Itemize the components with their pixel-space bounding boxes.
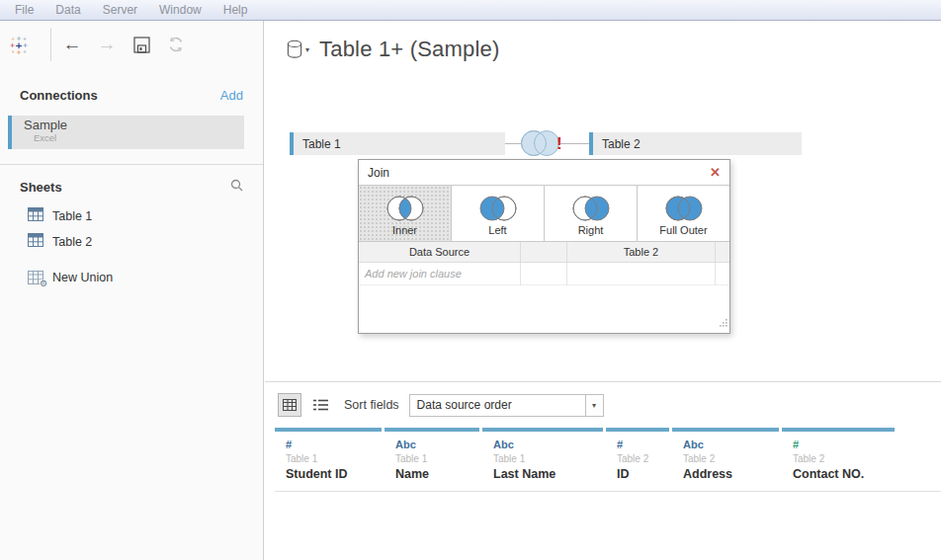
- field-name: Student ID: [286, 467, 382, 481]
- field-type-icon: Abc: [493, 439, 603, 450]
- field-name: Contact NO.: [793, 467, 895, 481]
- clause-column-table2: Table 2: [567, 242, 716, 262]
- canvas-table1-label: Table 1: [294, 137, 341, 151]
- sidebar-divider: [0, 164, 263, 165]
- grid-toolbar: Sort fields Data source order ▾: [278, 393, 604, 417]
- menu-data[interactable]: Data: [44, 0, 91, 20]
- field-type-icon: #: [617, 439, 669, 450]
- field-table-caption: Table 2: [683, 453, 779, 464]
- sort-order-value: Data source order: [410, 395, 585, 416]
- field-column-address[interactable]: Abc Table 2 Address: [672, 428, 779, 491]
- field-column-student-id[interactable]: # Table 1 Student ID: [275, 428, 382, 491]
- field-column-id[interactable]: # Table 2 ID: [606, 428, 669, 491]
- main-canvas: ▾ Table 1+ (Sample) Table 1 ! Table 2 Jo…: [265, 21, 941, 560]
- connections-title: Connections: [20, 88, 98, 103]
- refresh-icon[interactable]: [165, 34, 187, 55]
- svg-text:+: +: [23, 48, 27, 54]
- field-table-caption: Table 1: [493, 453, 603, 464]
- field-column-name[interactable]: Abc Table 1 Name: [385, 428, 479, 491]
- sheet-list: Table 1 Table 2: [0, 203, 263, 288]
- sheet-item-table1[interactable]: Table 1: [0, 203, 263, 229]
- bottom-panel-divider: [265, 381, 941, 382]
- svg-text:+: +: [16, 48, 22, 56]
- grid-view-button[interactable]: [278, 393, 301, 417]
- menu-file[interactable]: File: [4, 0, 44, 20]
- canvas-table2-label: Table 2: [593, 137, 641, 151]
- join-venn-warning-icon[interactable]: !: [518, 128, 562, 158]
- chevron-down-icon: ▾: [305, 45, 309, 54]
- clause-operator-cell[interactable]: [521, 263, 567, 285]
- toolbar: + + + + + + + + + ← →: [0, 21, 263, 68]
- new-union-icon: ⚙: [28, 271, 43, 284]
- venn-full-outer-icon: [662, 194, 706, 223]
- join-type-full-outer[interactable]: Full Outer: [638, 186, 729, 241]
- sort-order-dropdown[interactable]: Data source order ▾: [409, 394, 604, 417]
- sheet-item-label: Table 2: [52, 235, 92, 249]
- sheet-item-label: Table 1: [52, 209, 92, 223]
- sheet-item-table2[interactable]: Table 2: [0, 229, 263, 255]
- sheets-header: Sheets: [20, 178, 243, 196]
- dropdown-arrow-icon[interactable]: ▾: [585, 395, 603, 416]
- canvas-table1-box[interactable]: Table 1: [290, 132, 505, 155]
- field-table-caption: Table 1: [395, 453, 479, 464]
- join-type-left[interactable]: Left: [452, 186, 545, 241]
- field-name: Address: [683, 467, 779, 481]
- resize-grip[interactable]: [719, 313, 727, 331]
- field-table-caption: Table 2: [617, 453, 669, 464]
- venn-left-icon: [476, 194, 520, 223]
- venn-inner-icon: [384, 194, 427, 223]
- add-connection-link[interactable]: Add: [220, 88, 243, 103]
- menu-server[interactable]: Server: [92, 0, 148, 20]
- clause-extra-cell: [716, 263, 728, 285]
- join-dialog-titlebar: Join ✕: [359, 160, 729, 185]
- field-type-icon: #: [286, 439, 382, 450]
- app-window: File Data Server Window Help + + + + + +…: [0, 0, 941, 560]
- new-union-item[interactable]: ⚙ New Union: [0, 267, 263, 288]
- menu-window[interactable]: Window: [148, 0, 213, 20]
- clause-table2-cell[interactable]: [567, 263, 716, 285]
- connection-name: Sample: [24, 118, 244, 132]
- clause-column-operator: [521, 242, 567, 262]
- clause-column-datasource: Data Source: [359, 242, 521, 262]
- field-name: Last Name: [493, 467, 603, 481]
- field-type-icon: Abc: [395, 439, 479, 450]
- field-type-icon: Abc: [683, 439, 779, 450]
- field-grid: # Table 1 Student ID Abc Table 1 Name Ab…: [275, 428, 941, 492]
- svg-text:+: +: [11, 36, 15, 41]
- connections-header: Connections Add: [20, 88, 243, 103]
- back-button[interactable]: ←: [61, 34, 83, 55]
- forward-button[interactable]: →: [96, 34, 118, 55]
- field-column-contact-no[interactable]: # Table 2 Contact NO.: [782, 428, 895, 491]
- list-view-button[interactable]: [308, 393, 332, 417]
- gear-icon: ⚙: [40, 280, 47, 288]
- sort-fields-label: Sort fields: [344, 398, 399, 412]
- join-clause-header: Data Source Table 2: [359, 242, 729, 263]
- menu-help[interactable]: Help: [213, 0, 259, 20]
- connection-type: Excel: [24, 132, 244, 143]
- canvas-table2-box[interactable]: Table 2: [589, 132, 802, 155]
- table-grid-icon: [28, 233, 43, 251]
- join-type-label: Right: [578, 224, 604, 236]
- join-dialog-title: Join: [368, 166, 389, 180]
- venn-right-icon: [569, 194, 613, 223]
- left-sidebar: + + + + + + + + + ← →: [0, 21, 264, 560]
- join-type-selector: Inner Left Right: [359, 185, 729, 242]
- field-name: ID: [617, 467, 669, 481]
- join-type-inner[interactable]: Inner: [359, 186, 452, 241]
- field-column-last-name[interactable]: Abc Table 1 Last Name: [482, 428, 603, 491]
- new-union-label: New Union: [52, 271, 113, 284]
- join-dialog: Join ✕ Inner: [358, 159, 730, 334]
- svg-text:+: +: [11, 48, 15, 54]
- database-icon[interactable]: ▾: [287, 40, 309, 59]
- add-join-clause-field[interactable]: Add new join clause: [359, 263, 521, 285]
- join-type-right[interactable]: Right: [545, 186, 638, 241]
- join-type-label: Inner: [392, 224, 417, 236]
- connection-item-sample[interactable]: Sample Excel: [8, 116, 244, 149]
- field-table-caption: Table 1: [286, 453, 382, 464]
- join-type-label: Full Outer: [659, 224, 707, 236]
- search-icon[interactable]: [230, 178, 243, 196]
- close-icon[interactable]: ✕: [710, 166, 721, 179]
- save-button[interactable]: [130, 34, 152, 55]
- field-type-icon: #: [793, 439, 895, 450]
- clause-column-extra: [716, 242, 728, 262]
